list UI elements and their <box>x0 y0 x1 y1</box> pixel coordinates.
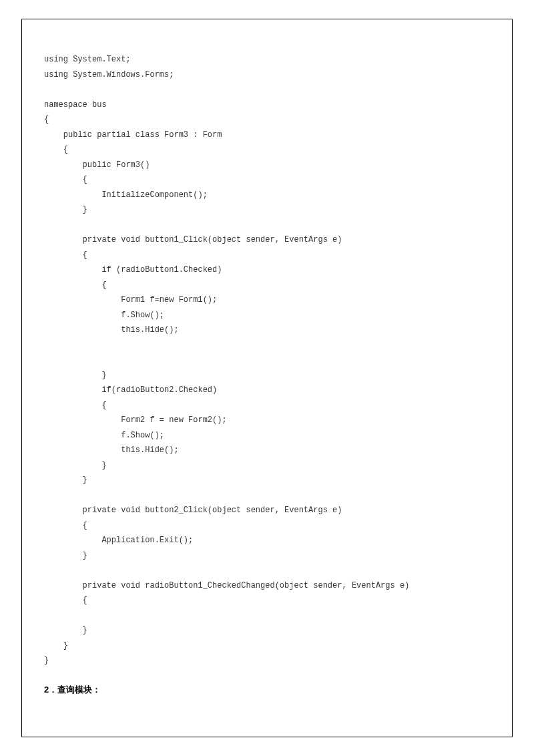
code-block: using System.Text; using System.Windows.… <box>44 52 458 669</box>
section-heading: 2．查询模块： <box>44 684 101 696</box>
